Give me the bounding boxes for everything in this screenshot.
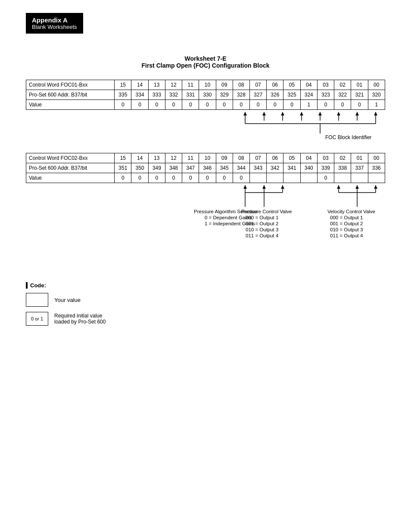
table1-row2-label: Pro-Set 600 Addr. B37/bit: [26, 90, 115, 100]
t1r1c7: 09: [216, 80, 233, 90]
t2r3c8: 0: [233, 173, 249, 183]
svg-text:010 = Output 3: 010 = Output 3: [330, 227, 363, 232]
svg-text:001 = Output 2: 001 = Output 2: [330, 221, 363, 226]
t2r1c6: 10: [199, 153, 216, 163]
t1r1c9: 07: [250, 80, 267, 90]
t2r1c4: 12: [165, 153, 182, 163]
t2r3c5: 0: [182, 173, 199, 183]
table1-row1: Control Word FOC01-Bxx 15 14 13 12 11 10…: [26, 80, 385, 90]
t1r1c11: 05: [283, 80, 300, 90]
worksheet-title-line2: First Clamp Open (FOC) Configuration Blo…: [26, 62, 385, 69]
svg-text:011 = Output 4: 011 = Output 4: [330, 233, 363, 238]
t1r3c3: 0: [148, 100, 165, 110]
svg-marker-15: [374, 112, 377, 115]
t2r3c14: [334, 173, 351, 183]
t2r3c2: 0: [131, 173, 148, 183]
t1r2c9: 327: [250, 90, 267, 100]
table2-row2: Pro-Set 600 Addr. B37/bit 351 350 349 34…: [26, 163, 385, 173]
t1r2c5: 331: [182, 90, 199, 100]
t1r1c6: 10: [199, 80, 216, 90]
svg-marker-5: [281, 112, 284, 115]
code-item1-label: Your value: [54, 297, 81, 303]
t1r1c2: 14: [131, 80, 148, 90]
t2r1c15: 01: [351, 153, 368, 163]
t1r1c16: 00: [368, 80, 385, 90]
table1-row3-label: Value: [26, 100, 115, 110]
t1r1c5: 11: [182, 80, 199, 90]
svg-text:Velocity Control Valve: Velocity Control Valve: [327, 209, 375, 214]
t1r3c16: 1: [368, 100, 385, 110]
svg-text:000 = Output 1: 000 = Output 1: [246, 215, 278, 220]
code-item2-label2: loaded by Pro-Set 600: [54, 319, 106, 325]
t1r1c8: 08: [233, 80, 249, 90]
table2-row2-label: Pro-Set 600 Addr. B37/bit: [26, 163, 115, 173]
t1r2c15: 321: [351, 90, 368, 100]
t1r2c13: 323: [317, 90, 334, 100]
t1r1c4: 12: [165, 80, 182, 90]
table1-arrows-svg: FOC Block Identifier: [26, 110, 385, 144]
table2-section: Control Word FOC02-Bxx 15 14 13 12 11 10…: [26, 153, 385, 278]
t2r3c7: 0: [216, 173, 233, 183]
table2: Control Word FOC02-Bxx 15 14 13 12 11 10…: [26, 153, 385, 183]
t2r1c13: 03: [317, 153, 334, 163]
t1r2c11: 325: [283, 90, 300, 100]
t1r3c11: 0: [283, 100, 300, 110]
t1r3c9: 0: [250, 100, 267, 110]
table2-arrows: Pressure Algorithm Selection 0 = Depende…: [26, 183, 385, 278]
t1r2c1: 335: [115, 90, 131, 100]
t1r3c8: 0: [233, 100, 249, 110]
t1r2c7: 329: [216, 90, 233, 100]
worksheet-title-line1: Worksheet 7-E: [26, 55, 385, 62]
table1-row3: Value 0 0 0 0 0 0 0 0 0 0 0 1 0 0 0 1: [26, 100, 385, 110]
t2r1c7: 09: [216, 153, 233, 163]
t2r2c7: 345: [216, 163, 233, 173]
t2r2c10: 342: [267, 163, 283, 173]
t2r2c13: 339: [317, 163, 334, 173]
t1r3c13: 0: [317, 100, 334, 110]
svg-marker-22: [243, 185, 247, 189]
code-item2-label1: Required initial value: [54, 313, 106, 319]
t2r1c11: 05: [283, 153, 300, 163]
t2r1c3: 13: [148, 153, 165, 163]
t2r1c1: 15: [115, 153, 131, 163]
t2r3c9: [250, 173, 267, 183]
header-box: Appendix A Blank Worksheets: [26, 13, 83, 34]
t1r2c14: 322: [334, 90, 351, 100]
table1-row1-label: Control Word FOC01-Bxx: [26, 80, 115, 90]
table1-section: Control Word FOC01-Bxx 15 14 13 12 11 10…: [26, 80, 385, 144]
t2r2c6: 346: [199, 163, 216, 173]
code-item1: Your value: [26, 293, 385, 307]
svg-marker-1: [243, 112, 247, 115]
t1r1c3: 13: [148, 80, 165, 90]
t2r3c1: 0: [115, 173, 131, 183]
table2-row1: Control Word FOC02-Bxx 15 14 13 12 11 10…: [26, 153, 385, 163]
svg-text:FOC Block Identifier: FOC Block Identifier: [325, 134, 371, 140]
svg-text:011 = Output 4: 011 = Output 4: [246, 233, 279, 238]
t2r2c1: 351: [115, 163, 131, 173]
t1r3c7: 0: [216, 100, 233, 110]
svg-marker-9: [318, 112, 322, 115]
t2r1c5: 11: [182, 153, 199, 163]
t1r1c1: 15: [115, 80, 131, 90]
t2r2c12: 340: [300, 163, 317, 173]
svg-text:0 = Dependent Gains: 0 = Dependent Gains: [205, 215, 252, 220]
t1r1c13: 03: [317, 80, 334, 90]
t2r2c8: 344: [233, 163, 249, 173]
t1r2c10: 326: [267, 90, 283, 100]
t1r2c4: 332: [165, 90, 182, 100]
svg-marker-11: [337, 112, 340, 115]
t1r2c2: 334: [131, 90, 148, 100]
required-value-box: 0 or 1: [26, 312, 48, 326]
svg-marker-34: [374, 185, 377, 189]
t2r2c5: 347: [182, 163, 199, 173]
svg-marker-24: [262, 185, 266, 189]
svg-marker-30: [337, 185, 340, 189]
table1-arrows: FOC Block Identifier: [26, 110, 385, 144]
svg-marker-26: [281, 185, 284, 189]
t2r1c16: 00: [368, 153, 385, 163]
t2r3c16: [368, 173, 385, 183]
svg-text:001 = Output 2: 001 = Output 2: [246, 221, 278, 226]
t2r1c8: 08: [233, 153, 249, 163]
t2r1c14: 02: [334, 153, 351, 163]
t1r3c6: 0: [199, 100, 216, 110]
